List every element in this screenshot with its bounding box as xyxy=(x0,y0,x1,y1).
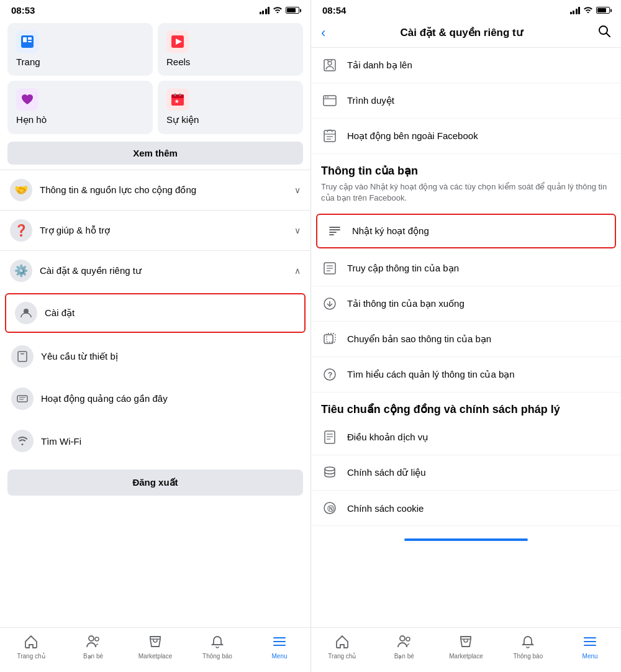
svg-line-23 xyxy=(607,34,610,37)
truy-cap-icon xyxy=(321,260,338,277)
left-status-icons xyxy=(260,6,300,15)
right-nav-menu-label: Menu xyxy=(582,653,598,660)
tai-danh-ba-label: Tải danh bạ lên xyxy=(347,60,412,71)
thong-tin-header[interactable]: 🤝 Thông tin & nguồn lực cho cộng đồng ∨ xyxy=(0,170,310,210)
right-content: Tải danh bạ lên Trình duyệt Hoạt động bê… xyxy=(311,48,621,627)
left-nav-ban-be[interactable]: Bạn bè xyxy=(62,632,124,662)
right-home-icon xyxy=(335,634,350,652)
tim-wifi-icon xyxy=(11,430,34,452)
right-bottom-nav: Trang chủ Bạn bè Marketplace Thông báo M… xyxy=(311,627,621,672)
svg-point-31 xyxy=(327,97,329,98)
tim-hieu-label: Tìm hiểu cách quản lý thông tin của bạn xyxy=(347,369,515,380)
yeu-cau-subitem[interactable]: Yêu cầu từ thiết bị xyxy=(0,335,310,378)
svg-point-30 xyxy=(325,97,327,98)
right-battery-icon xyxy=(596,7,610,14)
chinh-sach-dl-icon xyxy=(321,464,338,481)
right-menu-icon xyxy=(582,634,597,652)
svg-point-18 xyxy=(95,637,99,641)
tro-giup-chevron: ∨ xyxy=(294,225,301,235)
thong-tin-section-title: Thông tin của bạn xyxy=(311,154,621,181)
cai-dat-subitem-label: Cài đặt xyxy=(45,307,75,319)
cai-dat-subitem-icon xyxy=(15,302,37,324)
tim-wifi-subitem[interactable]: Tìm Wi-Fi xyxy=(0,420,310,462)
thong-tin-chevron: ∨ xyxy=(294,185,301,195)
svg-point-54 xyxy=(325,467,335,471)
svg-rect-13 xyxy=(20,353,24,355)
su-kien-label: Sự kiện xyxy=(166,114,294,125)
cai-dat-header[interactable]: ⚙️ Cài đặt & quyền riêng tư ∧ xyxy=(0,251,310,291)
cai-dat-subitem[interactable]: Cài đặt xyxy=(5,293,306,333)
grid-item-su-kien[interactable]: ★ Sự kiện xyxy=(158,81,303,134)
right-nav-thong-bao[interactable]: Thông báo xyxy=(497,632,559,662)
cai-dat-section-icon: ⚙️ xyxy=(10,260,32,282)
tro-giup-header[interactable]: ❓ Trợ giúp & hỗ trợ ∨ xyxy=(0,211,310,250)
grid-item-trang[interactable]: Trang xyxy=(7,23,153,76)
right-nav-menu[interactable]: Menu xyxy=(559,632,621,662)
chinh-sach-cookie-icon: Ⓝ xyxy=(321,499,338,517)
dieu-khoan-item[interactable]: Điều khoản dịch vụ xyxy=(311,420,621,455)
back-button[interactable]: ‹ xyxy=(321,26,325,40)
thong-tin-icon: 🤝 xyxy=(10,179,32,201)
svg-rect-1 xyxy=(23,37,27,42)
trinh-duyet-icon xyxy=(321,92,338,109)
tai-danh-ba-item[interactable]: Tải danh bạ lên xyxy=(311,48,621,83)
friends-icon xyxy=(86,634,101,652)
left-nav-thong-bao[interactable]: Thông báo xyxy=(186,632,248,662)
chuyen-ban-sao-icon xyxy=(321,330,338,348)
tieu-chuan-section-title: Tiêu chuẩn cộng đồng và chính sách pháp … xyxy=(311,393,621,420)
cai-dat-chevron: ∧ xyxy=(294,266,301,276)
right-nav-marketplace[interactable]: Marketplace xyxy=(435,632,497,662)
trang-icon xyxy=(16,30,39,53)
chinh-sach-dl-item[interactable]: Chính sách dữ liệu xyxy=(311,455,621,491)
hoat-dong-qc-subitem[interactable]: Hoạt động quảng cáo gần đây xyxy=(0,378,310,420)
truy-cap-label: Truy cập thông tin của bạn xyxy=(347,263,459,274)
right-nav-thong-bao-label: Thông báo xyxy=(513,653,543,660)
left-phone: 08:53 Trang xyxy=(0,0,310,672)
svg-point-17 xyxy=(89,636,94,641)
tai-thong-tin-icon xyxy=(321,295,338,312)
signal-icon xyxy=(260,7,270,14)
left-nav-thong-bao-label: Thông báo xyxy=(202,653,232,660)
tro-giup-title: Trợ giúp & hỗ trợ xyxy=(40,225,287,236)
nhat-ky-label: Nhật ký hoạt động xyxy=(352,225,429,237)
svg-rect-32 xyxy=(324,130,335,142)
battery-icon xyxy=(286,7,299,14)
menu-section-tro-giup: ❓ Trợ giúp & hỗ trợ ∨ xyxy=(0,210,310,250)
dieu-khoan-icon xyxy=(321,429,338,446)
chinh-sach-cookie-item[interactable]: Ⓝ Chính sách cookie xyxy=(311,491,621,526)
hoat-dong-ngoai-item[interactable]: Hoạt động bên ngoài Facebook xyxy=(311,119,621,154)
left-nav-trang-chu[interactable]: Trang chủ xyxy=(0,632,62,662)
logout-button[interactable]: Đăng xuất xyxy=(7,470,303,496)
right-nav-ban-be[interactable]: Bạn bè xyxy=(373,632,435,662)
right-wifi-icon xyxy=(583,6,593,15)
grid-item-hen-ho[interactable]: Hẹn hò xyxy=(7,81,153,134)
trinh-duyet-item[interactable]: Trình duyệt xyxy=(311,83,621,119)
left-nav-ban-be-label: Bạn bè xyxy=(83,653,103,660)
hen-ho-icon xyxy=(16,88,39,111)
tai-thong-tin-item[interactable]: Tải thông tin của bạn xuống xyxy=(311,286,621,322)
chuyen-ban-sao-item[interactable]: Chuyển bản sao thông tin của bạn xyxy=(311,322,621,357)
grid-item-reels[interactable]: Reels xyxy=(158,23,303,76)
search-button[interactable] xyxy=(597,24,611,41)
left-nav-menu-label: Menu xyxy=(271,653,287,660)
tim-hieu-item[interactable]: ? Tìm hiểu cách quản lý thông tin của bạ… xyxy=(311,357,621,393)
app-grid: Trang Reels Hẹn hò ★ Sự kiệ xyxy=(0,18,310,139)
left-nav-menu[interactable]: Menu xyxy=(248,632,310,662)
wifi-icon xyxy=(273,6,283,15)
nhat-ky-item[interactable]: Nhật ký hoạt động xyxy=(316,214,616,248)
right-phone: 08:54 ‹ Cài đặt & quyền riêng tư Tải xyxy=(310,0,621,672)
reels-icon xyxy=(166,30,189,53)
right-time: 08:54 xyxy=(322,5,346,16)
truy-cap-item[interactable]: Truy cập thông tin của bạn xyxy=(311,251,621,286)
right-friends-icon xyxy=(397,634,412,652)
left-nav-marketplace[interactable]: Marketplace xyxy=(124,632,186,662)
right-status-bar: 08:54 xyxy=(311,0,621,18)
su-kien-icon: ★ xyxy=(166,88,189,111)
chinh-sach-cookie-label: Chính sách cookie xyxy=(347,503,424,514)
hoat-dong-qc-label: Hoạt động quảng cáo gần đây xyxy=(41,393,168,404)
hoat-dong-ngoai-icon xyxy=(321,127,338,145)
svg-rect-12 xyxy=(18,352,27,361)
left-status-bar: 08:53 xyxy=(0,0,310,18)
xem-them-button[interactable]: Xem thêm xyxy=(7,142,303,165)
right-nav-trang-chu[interactable]: Trang chủ xyxy=(311,632,373,662)
